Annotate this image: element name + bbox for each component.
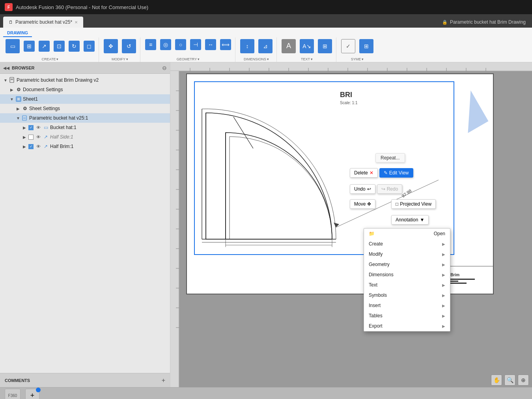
create-btn-3[interactable]: ↗ xyxy=(37,40,51,52)
tables-menu-label: Tables xyxy=(369,313,383,318)
create-icon-5: ↻ xyxy=(69,41,80,52)
tree-item-sheet-settings[interactable]: ▶ ⚙ Sheet Settings xyxy=(0,104,170,113)
nav-arrows[interactable]: ◀◀ xyxy=(3,66,9,70)
ctx-insert[interactable]: Insert ▶ xyxy=(364,300,450,311)
ctx-create[interactable]: Create ▶ xyxy=(364,239,450,249)
text-group-label[interactable]: TEXT ▾ xyxy=(301,57,313,61)
ctx-export[interactable]: Export ▶ xyxy=(364,321,450,331)
svg-marker-47 xyxy=(334,223,339,227)
text-btn-1[interactable]: A xyxy=(280,38,297,54)
geo-btn-3[interactable]: ○ xyxy=(174,38,188,51)
zoom-in-button[interactable]: ⊕ xyxy=(518,375,529,386)
geo-btn-6[interactable]: ⟺ xyxy=(218,38,233,51)
move-icon: ✥ xyxy=(367,201,371,207)
tree-item-half-brim[interactable]: ▶ ✓ 👁 ↗ Half Brim:1 xyxy=(0,142,170,151)
modify-btn-2[interactable]: ↺ xyxy=(120,38,138,54)
create-btn-5[interactable]: ↻ xyxy=(67,40,81,52)
create-btn-1[interactable]: ▭ xyxy=(4,38,21,54)
checkbox-half-side[interactable] xyxy=(28,135,34,140)
ribbon-group-modify: ✥ ↺ MODIFY ▾ xyxy=(100,37,140,62)
move-label: Move xyxy=(354,201,366,207)
text-btn-2[interactable]: A↘ xyxy=(298,38,315,54)
geo-btn-5[interactable]: ↔ xyxy=(203,38,218,51)
geo-btn-1[interactable]: ≡ xyxy=(144,38,158,51)
geometry-group-label[interactable]: GEOMETRY ▾ xyxy=(177,57,200,61)
tree-label-view: Parametric bucket hat v25:1 xyxy=(29,115,88,121)
bottom-bar: F360 + xyxy=(0,387,532,399)
symbols-group-label[interactable]: SYME ▾ xyxy=(351,57,364,61)
dimensions-group-label[interactable]: DIMENSIONS ▾ xyxy=(244,57,269,61)
geometry-submenu-arrow: ▶ xyxy=(442,262,445,267)
dim-btn-1[interactable]: ↕ xyxy=(239,38,256,54)
context-menu: 📁 Open Create ▶ Modify ▶ Geometry ▶ Dime… xyxy=(364,228,450,332)
eye-icon-half-brim[interactable]: 👁 xyxy=(35,144,41,149)
modify-group-label[interactable]: MODIFY ▾ xyxy=(112,57,128,61)
create-btn-4[interactable]: ⊡ xyxy=(52,40,66,52)
add-component-button[interactable]: + xyxy=(25,389,39,399)
bottom-logo: F360 xyxy=(5,389,21,399)
create-icon-1: ▭ xyxy=(6,39,20,53)
ctx-tables[interactable]: Tables ▶ xyxy=(364,311,450,321)
ruler-vertical xyxy=(170,71,179,387)
modify-menu-label: Modify xyxy=(369,251,383,257)
layer-icon-3: ↗ xyxy=(42,143,49,150)
modify-btn-1[interactable]: ✥ xyxy=(102,38,119,54)
delete-button[interactable]: Delete ✕ xyxy=(350,168,378,178)
ctx-symbols[interactable]: Symbols ▶ xyxy=(364,290,450,300)
add-comment-btn[interactable]: + xyxy=(162,377,165,384)
geo-btn-4[interactable]: ⊣ xyxy=(189,38,203,51)
eye-icon-half-side[interactable]: 👁 xyxy=(35,135,41,139)
create-btn-2[interactable]: ⊞ xyxy=(22,40,36,52)
tree-arrow-half-side: ▶ xyxy=(22,135,27,139)
sidebar-collapse-btn[interactable]: ⊖ xyxy=(162,65,167,71)
tree-item-half-side[interactable]: ▶ 👁 ↗ Half Side:1 xyxy=(0,132,170,142)
create-label-text: CREATE xyxy=(42,57,56,61)
delete-icon: ✕ xyxy=(370,170,373,176)
ctx-text[interactable]: Text ▶ xyxy=(364,280,450,290)
tree-label-doc-settings: Document Settings xyxy=(23,87,63,92)
projected-view-button[interactable]: □ Projected View xyxy=(391,199,436,209)
annotation-button[interactable]: Annotation ▼ xyxy=(391,215,429,225)
zoom-fit-button[interactable]: 🔍 xyxy=(504,375,515,386)
redo-button[interactable]: ↪ Redo xyxy=(377,184,403,194)
tree-label-sheet1: Sheet1 xyxy=(23,96,38,102)
ctx-dimensions[interactable]: Dimensions ▶ xyxy=(364,270,450,280)
canvas-area[interactable]: 97.98 BRI Scale: 1:1 2023 Parametric buc… xyxy=(170,62,532,387)
ribbon-tabs: DRAWING xyxy=(0,28,532,37)
layer-icon-1: ▭ xyxy=(42,124,49,131)
tab-drawing[interactable]: 🗒 Parametric bucket hat v25* ✕ xyxy=(3,17,83,28)
tree-arrow-half-brim: ▶ xyxy=(22,144,27,149)
text-btn-3[interactable]: ⊞ xyxy=(316,38,334,54)
checkbox-half-brim[interactable]: ✓ xyxy=(28,144,34,149)
move-button[interactable]: Move ✥ xyxy=(350,199,375,209)
view-icon xyxy=(21,114,28,122)
sym-btn-1[interactable]: ✓ xyxy=(340,38,357,54)
dim-icons: ↕ ⊿ xyxy=(239,38,274,54)
edit-view-button[interactable]: ✎ Edit View xyxy=(379,168,413,178)
tree-item-view[interactable]: ▼ Parametric bucket hat v25:1 xyxy=(0,113,170,123)
geometry-arrow: ▾ xyxy=(198,57,200,61)
ctx-open[interactable]: 📁 Open xyxy=(364,229,450,239)
eye-icon-bucket-hat[interactable]: 👁 xyxy=(35,125,41,130)
tree-item-doc-settings[interactable]: ▶ ⚙ Document Settings xyxy=(0,85,170,94)
ctx-geometry[interactable]: Geometry ▶ xyxy=(364,259,450,270)
ribbon-tab-drawing[interactable]: DRAWING xyxy=(3,29,32,37)
tree-item-sheet1[interactable]: ▼ Sheet1 xyxy=(0,94,170,104)
tree-arrow-sheet-settings: ▶ xyxy=(16,107,21,111)
action-row: Undo ↩ ↪ Redo xyxy=(350,184,402,194)
ctx-modify[interactable]: Modify ▶ xyxy=(364,249,450,259)
tree-label-sheet-settings: Sheet Settings xyxy=(29,106,60,111)
tree-item-root[interactable]: ▼ Parametric bucket hat Brim Drawing v2 xyxy=(0,75,170,85)
dim-btn-2[interactable]: ⊿ xyxy=(257,38,274,54)
svg-text:BRI: BRI xyxy=(340,91,352,99)
canvas-controls: ✋ 🔍 ⊕ xyxy=(488,373,532,387)
checkbox-bucket-hat[interactable]: ✓ xyxy=(28,125,34,130)
pan-button[interactable]: ✋ xyxy=(491,375,502,386)
tree-item-bucket-hat[interactable]: ▶ ✓ 👁 ▭ Bucket hat:1 xyxy=(0,123,170,132)
tab-close-1[interactable]: ✕ xyxy=(75,20,78,24)
create-group-label[interactable]: CREATE ▾ xyxy=(42,57,59,61)
create-btn-6[interactable]: ◻ xyxy=(82,40,96,52)
undo-button[interactable]: Undo ↩ xyxy=(350,184,375,194)
geo-btn-2[interactable]: ◎ xyxy=(159,38,173,51)
sym-btn-2[interactable]: ⊞ xyxy=(358,38,375,54)
